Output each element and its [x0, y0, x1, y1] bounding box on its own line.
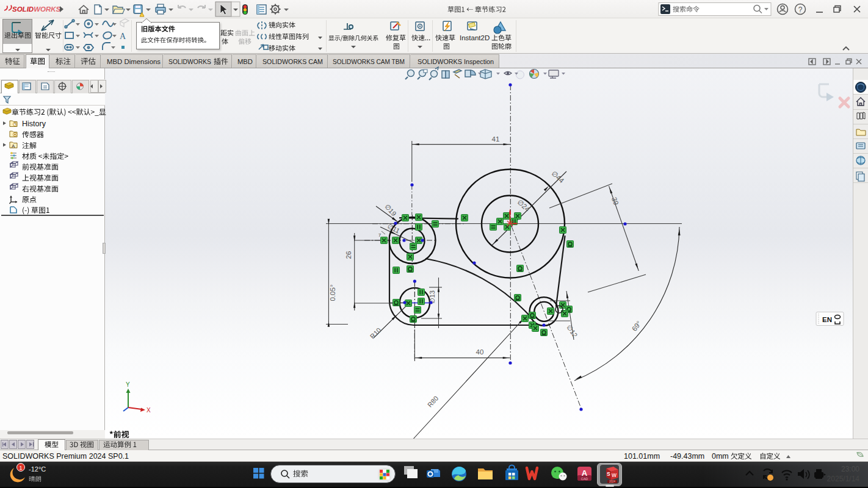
svg-text:History: History	[22, 120, 46, 128]
svg-text:MBD: MBD	[237, 57, 253, 66]
svg-text:Instant2D: Instant2D	[460, 34, 490, 41]
svg-text:0mm: 0mm	[712, 452, 729, 461]
svg-text:SOLIDWORKS: SOLIDWORKS	[168, 57, 211, 66]
svg-text:SOLIDWORKS Premium 2024 SP0.1: SOLIDWORKS Premium 2024 SP0.1	[2, 452, 129, 461]
svg-text:-49.43mm: -49.43mm	[670, 452, 704, 461]
svg-text:SOLIDWORKS CAM TBM: SOLIDWORKS CAM TBM	[333, 57, 405, 66]
svg-text:MBD Dimensions: MBD Dimensions	[107, 57, 161, 66]
svg-text:101.01mm: 101.01mm	[624, 452, 660, 461]
svg-text:SOLIDWORKS CAM: SOLIDWORKS CAM	[262, 57, 323, 66]
svg-text:SOLIDWORKS Inspection: SOLIDWORKS Inspection	[418, 57, 494, 66]
